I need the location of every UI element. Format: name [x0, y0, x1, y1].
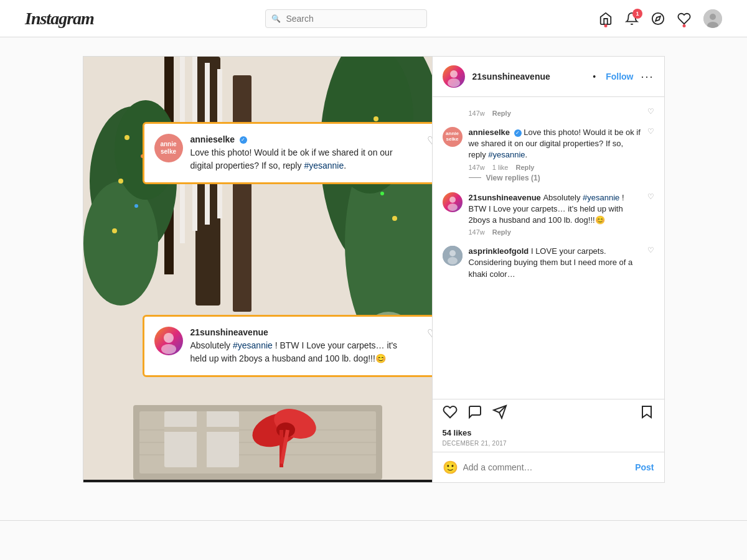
comment-meta-0: 147w Reply — [469, 110, 641, 117]
home-icon[interactable] — [599, 12, 613, 26]
add-comment-bar: 🙂 Post — [433, 452, 664, 482]
comment-reply-2[interactable]: Reply — [492, 228, 511, 236]
post-comment-button[interactable]: Post — [635, 462, 654, 472]
comment-item-1: annieselke annieselke ✓ Love this photo!… — [443, 127, 654, 182]
svg-point-45 — [164, 333, 174, 343]
svg-point-54 — [449, 250, 456, 256]
comment-heart-0[interactable]: ♡ — [647, 107, 654, 116]
comment-body-1: annieselke ✓ Love this photo! Would it b… — [469, 127, 641, 182]
actions-left — [443, 404, 507, 423]
svg-rect-7 — [233, 75, 251, 312]
callout-hashtag-1: #yesannie — [304, 161, 344, 170]
header-nav: 1 — [599, 9, 722, 28]
svg-point-23 — [112, 228, 117, 233]
comment-avatar-annie: annieselke — [443, 127, 463, 147]
svg-marker-58 — [642, 406, 651, 418]
comment-avatar-sprinkle — [443, 246, 463, 266]
svg-point-22 — [134, 204, 138, 208]
emoji-button[interactable]: 🙂 — [443, 460, 458, 475]
callout-text-2: Absolutely #yesannie ! BTW I Love your c… — [190, 339, 415, 365]
callout-hashtag-2: #yesannie — [233, 340, 273, 350]
callout-heart-1[interactable]: ♡ — [427, 134, 432, 147]
comment-username-3: asprinkleofgold — [469, 246, 531, 256]
svg-marker-1 — [655, 16, 660, 21]
callout-content-1: annieselke ✓ Love this photo! Would it b… — [190, 134, 415, 172]
comments-area[interactable]: 147w Reply ♡ annieselke annieselke ✓ Lov… — [433, 97, 664, 399]
instagram-logo: Instagram — [25, 9, 94, 29]
callout-username-1: annieselke — [190, 134, 235, 144]
actions-bar — [433, 399, 664, 428]
comment-text-3: asprinkleofgold I LOVE your carpets. Con… — [469, 246, 641, 280]
comment-username-1: annieselke — [469, 128, 512, 137]
callout-username-2: 21sunshineavenue — [190, 327, 268, 337]
callout-avatar-21sun — [154, 327, 183, 355]
search-input[interactable] — [265, 9, 427, 28]
post-author-avatar — [443, 65, 465, 88]
svg-point-19 — [125, 135, 129, 140]
comment-heart-1[interactable]: ♡ — [647, 127, 654, 136]
home-dot — [604, 24, 607, 27]
svg-point-3 — [710, 14, 716, 20]
svg-point-24 — [374, 116, 378, 121]
avatar-icon[interactable] — [703, 9, 722, 28]
svg-point-0 — [652, 12, 664, 24]
page-bottom-border — [0, 520, 747, 521]
callout-heart-2[interactable]: ♡ — [427, 327, 432, 340]
comment-hashtag-2: #yesannie — [583, 193, 619, 202]
comment-heart-2[interactable]: ♡ — [647, 192, 654, 201]
svg-point-21 — [118, 179, 123, 184]
svg-rect-41 — [197, 411, 207, 467]
post-image-side: annieselke annieselke ✓ Love this photo!… — [83, 57, 432, 482]
comment-meta-2: 147w Reply — [469, 228, 641, 236]
comment-time-0: 147w — [469, 110, 485, 117]
user-avatar[interactable] — [703, 9, 722, 28]
comment-item-2: 21sunshineavenue Absolutely #yesannie ! … — [443, 192, 654, 236]
like-button[interactable] — [443, 404, 458, 423]
callout-content-2: 21sunshineavenue Absolutely #yesannie ! … — [190, 327, 415, 365]
svg-point-27 — [380, 192, 384, 195]
comment-meta-1: 147w 1 like Reply — [469, 164, 641, 171]
post-author-username: 21sunshineavenue — [472, 72, 583, 82]
comment-reply-0[interactable]: Reply — [492, 110, 511, 117]
post-detail-side: 21sunshineavenue • Follow ··· 147w Reply — [432, 57, 664, 482]
comment-reply-1[interactable]: Reply — [515, 164, 534, 171]
comment-body-0: 147w Reply — [469, 107, 641, 117]
svg-point-51 — [449, 197, 456, 203]
callout-text-1: Love this photo! Would it be ok if we sh… — [190, 146, 415, 172]
svg-point-55 — [448, 257, 458, 264]
comment-text-1: annieselke ✓ Love this photo! Would it b… — [469, 127, 641, 161]
svg-point-49 — [448, 78, 460, 87]
comment-body-3: asprinkleofgold I LOVE your carpets. Con… — [469, 246, 641, 280]
notifications-icon[interactable]: 1 — [625, 12, 639, 26]
post-container: annieselke annieselke ✓ Love this photo!… — [83, 56, 665, 483]
svg-point-52 — [448, 203, 458, 211]
follow-button[interactable]: Follow — [606, 72, 633, 82]
comment-heart-3[interactable]: ♡ — [647, 246, 654, 254]
comment-time-2: 147w — [469, 228, 485, 236]
notifications-badge: 1 — [632, 9, 642, 19]
callout-avatar-annie: annieselke — [154, 134, 183, 162]
svg-point-28 — [392, 216, 397, 221]
likes-count: 54 likes — [433, 428, 664, 440]
comment-avatar-21sun-r — [443, 192, 463, 212]
explore-icon[interactable] — [651, 12, 665, 26]
comment-time-1: 147w — [469, 164, 485, 171]
comment-verified-1: ✓ — [514, 129, 522, 137]
share-button[interactable] — [492, 404, 507, 423]
search-bar: 🔍 — [265, 9, 427, 28]
comment-username-2: 21sunshineavenue — [469, 193, 543, 202]
view-replies-1[interactable]: View replies (1) — [469, 174, 641, 182]
likes-icon[interactable] — [677, 12, 691, 26]
svg-point-14 — [83, 181, 158, 306]
comment-button[interactable] — [467, 404, 482, 423]
header: Instagram 🔍 1 — [0, 0, 747, 37]
main-content: annieselke annieselke ✓ Love this photo!… — [0, 37, 747, 502]
post-date: December 21, 2017 — [433, 440, 664, 452]
search-icon: 🔍 — [271, 14, 281, 23]
post-header: 21sunshineavenue • Follow ··· — [433, 57, 664, 97]
add-comment-input[interactable] — [463, 462, 631, 472]
svg-point-46 — [161, 344, 176, 354]
more-options-button[interactable]: ··· — [641, 70, 654, 83]
comment-item-3: asprinkleofgold I LOVE your carpets. Con… — [443, 246, 654, 280]
save-button[interactable] — [639, 404, 654, 423]
